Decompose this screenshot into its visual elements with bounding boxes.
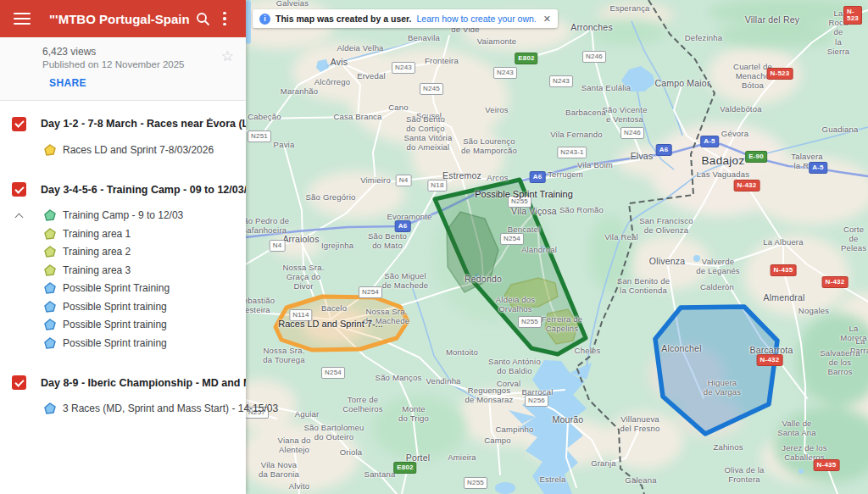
map-info-panel: 6,423 views Published on 12 November 202… — [0, 37, 246, 101]
notice-learn-link[interactable]: Learn how to create your own. — [417, 14, 537, 24]
layer-item-label: Training area 1 — [63, 228, 131, 240]
layer-section-title: Day 1-2 - 7-8 March - Races near Évora (… — [41, 118, 246, 130]
layer-section-header[interactable]: Day 8-9 - Iberic Championship - MD and M… — [0, 372, 246, 394]
layer-section: Day 1-2 - 7-8 March - Races near Évora (… — [0, 113, 246, 159]
layer-item[interactable]: Races LD and Sprint 7-8/03/2026 — [0, 141, 246, 159]
layer-item-label: Races LD and Sprint 7-8/03/2026 — [63, 144, 214, 156]
polygon-blue-icon — [44, 282, 56, 294]
polygon-lime-icon — [44, 264, 56, 276]
share-button[interactable]: SHARE — [49, 77, 86, 89]
basemap — [246, 0, 868, 494]
layer-item[interactable]: Training area 2 — [0, 243, 246, 262]
close-icon[interactable] — [543, 14, 551, 25]
layer-checkbox[interactable] — [12, 182, 26, 197]
layer-section: Day 3-4-5-6 - Training Camp - 09 to 12/0… — [0, 179, 246, 352]
race-area-polygon[interactable] — [275, 297, 408, 350]
layer-checkbox[interactable] — [12, 375, 26, 390]
layer-section-title: Day 3-4-5-6 - Training Camp - 09 to 12/0… — [41, 184, 246, 196]
layer-item[interactable]: Possible Sprint training — [0, 297, 246, 316]
layer-item[interactable]: Possible Sprint training — [0, 334, 246, 352]
layer-section-title: Day 8-9 - Iberic Championship - MD and M… — [41, 377, 246, 389]
polygon-blue-icon — [44, 301, 56, 313]
info-icon — [259, 14, 270, 25]
sidebar-header: "'MTBO Portugal-Spain M... — [0, 0, 246, 37]
layer-item-label: 3 Races (MD, Sprint and Mass Start) - 14… — [63, 402, 278, 414]
layer-item[interactable]: Training Camp - 9 to 12/03 — [0, 207, 246, 225]
layer-checkbox[interactable] — [12, 117, 26, 131]
sidebar: "'MTBO Portugal-Spain M... 6,423 views P… — [0, 0, 246, 494]
collapse-chevron-icon[interactable] — [15, 213, 24, 221]
star-icon[interactable] — [221, 47, 234, 65]
published-date: Published on 12 November 2025 — [42, 59, 232, 69]
layer-section: Day 8-9 - Iberic Championship - MD and M… — [0, 372, 246, 419]
polygon-yellow-icon — [44, 144, 56, 156]
layers-list: Day 1-2 - 7-8 March - Races near Évora (… — [0, 101, 246, 418]
polygon-blue-icon — [44, 319, 56, 330]
polygon-blue-icon — [44, 337, 56, 349]
user-map-notice: This map was created by a user. Learn ho… — [253, 9, 558, 28]
layer-item[interactable]: Training area 3 — [0, 261, 246, 280]
layer-item-label: Training Camp - 9 to 12/03 — [63, 209, 183, 221]
layer-item-label: Possible Sprint Training — [63, 282, 170, 294]
polygon-teal-icon — [44, 209, 56, 221]
polygon-lime-icon — [44, 228, 56, 240]
layer-item-label: Possible Sprint training — [63, 301, 167, 313]
layer-item-label: Training area 3 — [63, 264, 131, 276]
map-canvas[interactable]: GalveiasBenavilaAldeia VelhaAvisErvedalA… — [246, 0, 868, 494]
my-maps-app: GalveiasBenavilaAldeia VelhaAvisErvedalA… — [0, 0, 868, 494]
search-icon[interactable] — [192, 8, 214, 30]
more-options-icon[interactable] — [214, 8, 236, 30]
layer-item-label: Training area 2 — [63, 246, 131, 258]
menu-icon[interactable] — [14, 13, 31, 25]
layer-item[interactable]: 3 Races (MD, Sprint and Mass Start) - 14… — [0, 400, 246, 419]
notice-text: This map was created by a user. — [275, 14, 412, 24]
layer-section-header[interactable]: Day 1-2 - 7-8 March - Races near Évora (… — [0, 113, 246, 135]
layer-item-label: Possible Sprint training — [63, 319, 167, 330]
layer-item[interactable]: Possible Sprint training — [0, 316, 246, 335]
layer-item-label: Possible Sprint training — [63, 337, 167, 349]
polygon-blue-icon — [44, 402, 56, 414]
polygon-lime-icon — [44, 246, 56, 258]
layer-item[interactable]: Possible Sprint Training — [0, 280, 246, 298]
views-count: 6,423 views — [42, 46, 232, 58]
layer-item[interactable]: Training area 1 — [0, 225, 246, 243]
map-title: "'MTBO Portugal-Spain M... — [49, 12, 192, 26]
layer-section-header[interactable]: Day 3-4-5-6 - Training Camp - 09 to 12/0… — [0, 179, 246, 201]
